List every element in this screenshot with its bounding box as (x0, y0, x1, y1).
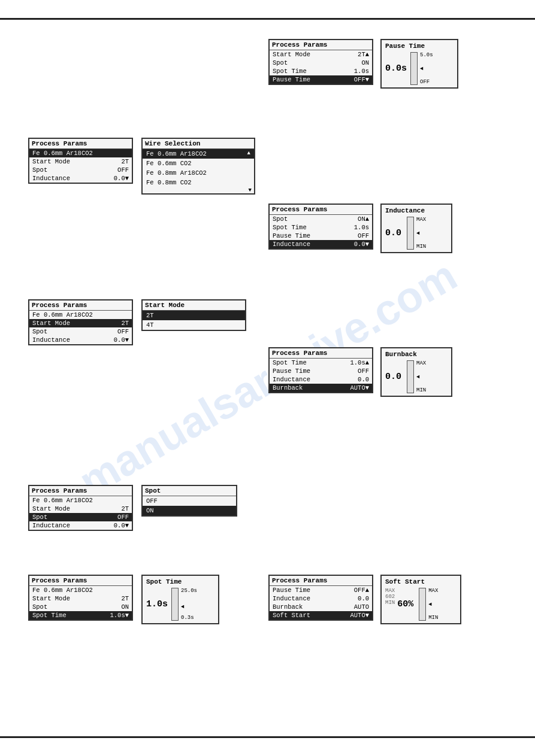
wire-selection-title: Wire Selection (143, 139, 254, 149)
start-mode-item-0: 2T (143, 311, 245, 320)
pp5-title: Process Params (270, 348, 372, 359)
pp2-title: Process Params (29, 139, 132, 149)
soft-start-slider: Soft Start MAX 602 MIN 60% MAX ◄ MIN (380, 575, 461, 624)
wire-item-3: Fe 0.8mm CO2 (143, 178, 254, 187)
pause-time-track (410, 52, 418, 85)
pp4-row-2: SpotOFF (29, 327, 132, 336)
pp8-row-0: Pause TimeOFF▲ (270, 586, 372, 594)
pause-time-labels: 5.0s ◄ OFF (420, 52, 433, 85)
pp1-row-2: Spot Time1.0s (270, 67, 372, 75)
pp5-row-0: Spot Time1.0s▲ (270, 359, 372, 367)
spot-time-track (171, 588, 179, 621)
spot-time-body: 1.0s 25.0s ◄ 0.3s (146, 588, 214, 621)
inductance-track (407, 217, 414, 250)
soft-start-value: 60% (397, 599, 415, 609)
inductance-labels: MAX ◄ MIN (416, 217, 426, 250)
burnback-labels: MAX ◄ MIN (416, 360, 426, 393)
spot-item-0: OFF (143, 496, 236, 506)
burnback-slider: Burnback 0.0 MAX ◄ MIN (380, 347, 452, 397)
process-params-8: Process Params Pause TimeOFF▲ Inductance… (268, 575, 373, 621)
process-params-3: Process Params SpotON▲ Spot Time1.0s Pau… (268, 204, 373, 250)
pp7-row-3: Spot Time1.0s▼ (29, 611, 132, 620)
pp3-title: Process Params (270, 205, 372, 215)
start-mode-item-1: 4T (143, 320, 245, 330)
start-mode-title: Start Mode (143, 300, 245, 311)
top-bar (0, 18, 535, 20)
pp7-row-1: Start Mode2T (29, 594, 132, 603)
pause-time-value: 0.0s (385, 63, 407, 74)
bottom-bar (0, 736, 535, 738)
spot-panel: Spot OFF ON (141, 485, 237, 517)
soft-start-body: 60% MAX ◄ MIN (397, 588, 438, 621)
inductance-value: 0.0 (385, 228, 403, 238)
pp6-title: Process Params (29, 486, 132, 496)
pause-time-slider: Pause Time 0.0s 5.0s ◄ OFF (380, 39, 458, 89)
wire-item-0: Fe 0.6mm Ar18CO2▲ (143, 149, 254, 159)
pp2-row-3: Inductance0.0▼ (29, 174, 132, 183)
process-params-6: Process Params Fe 0.6mm Ar18CO2 Start Mo… (28, 485, 133, 531)
pp1-row-1: SpotON (270, 59, 372, 67)
pp2-row-1: Start Mode2T (29, 157, 132, 166)
inductance-slider: Inductance 0.0 MAX ◄ MIN (380, 204, 452, 253)
start-mode-panel: Start Mode 2T 4T (141, 299, 246, 331)
pp7-row-2: SpotON (29, 603, 132, 611)
pp6-row-0: Fe 0.6mm Ar18CO2 (29, 496, 132, 505)
burnback-track (407, 360, 414, 393)
pp4-row-0: Fe 0.6mm Ar18CO2 (29, 311, 132, 319)
wire-item-1: Fe 0.6mm CO2 (143, 159, 254, 168)
pp6-row-2: SpotOFF (29, 513, 132, 521)
pp8-row-2: BurnbackAUTO (270, 603, 372, 611)
process-params-1-title: Process Params (270, 40, 372, 50)
soft-start-track (419, 588, 426, 621)
pp1-row-3: Pause TimeOFF▼ (270, 75, 372, 84)
spot-time-title: Spot Time (146, 578, 214, 585)
burnback-title: Burnback (385, 351, 448, 358)
pp8-title: Process Params (270, 576, 372, 586)
soft-start-labels: MAX ◄ MIN (428, 588, 438, 621)
pause-time-body: 0.0s 5.0s ◄ OFF (385, 52, 454, 85)
process-params-2: Process Params Fe 0.6mm Ar18CO2 Start Mo… (28, 138, 133, 184)
pp5-row-1: Pause TimeOFF (270, 367, 372, 375)
pp3-row-0: SpotON▲ (270, 215, 372, 223)
soft-start-title: Soft Start (385, 578, 457, 585)
process-params-5: Process Params Spot Time1.0s▲ Pause Time… (268, 347, 373, 393)
spot-time-slider: Spot Time 1.0s 25.0s ◄ 0.3s (141, 575, 219, 624)
wire-item-2: Fe 0.8mm Ar18CO2 (143, 168, 254, 178)
pp4-row-1: Start Mode2T (29, 319, 132, 327)
process-params-1: Process Params Start Mode2T▲ SpotON Spot… (268, 39, 373, 85)
spot-time-value: 1.0s (146, 599, 168, 609)
pp4-title: Process Params (29, 300, 132, 311)
soft-start-extra: MAX (385, 588, 395, 594)
pp3-row-2: Pause TimeOFF (270, 232, 372, 240)
pp2-row-2: SpotOFF (29, 166, 132, 174)
pp6-row-3: Inductance0.0▼ (29, 521, 132, 530)
pp5-row-3: BurnbackAUTO▼ (270, 384, 372, 392)
spot-item-1: ON (143, 506, 236, 515)
spot-time-labels: 25.0s ◄ 0.3s (181, 588, 197, 621)
pp8-row-3: Soft StartAUTO▼ (270, 611, 372, 620)
burnback-body: 0.0 MAX ◄ MIN (385, 360, 448, 393)
pause-time-title: Pause Time (385, 42, 454, 50)
pp2-row-0: Fe 0.6mm Ar18CO2 (29, 149, 132, 157)
pp7-title: Process Params (29, 576, 132, 586)
pp3-row-1: Spot Time1.0s (270, 223, 372, 232)
process-params-7: Process Params Fe 0.6mm Ar18CO2 Start Mo… (28, 575, 133, 621)
inductance-title: Inductance (385, 207, 448, 214)
pp3-row-3: Inductance0.0▼ (270, 240, 372, 248)
burnback-value: 0.0 (385, 372, 403, 382)
pp7-row-0: Fe 0.6mm Ar18CO2 (29, 586, 132, 594)
pp6-row-1: Start Mode2T (29, 505, 132, 513)
inductance-body: 0.0 MAX ◄ MIN (385, 217, 448, 250)
pp4-row-3: Inductance0.0▼ (29, 336, 132, 344)
pp8-row-1: Inductance0.0 (270, 594, 372, 603)
pp5-row-2: Inductance0.0 (270, 375, 372, 384)
wire-scroll-down: ▼ (143, 187, 254, 193)
process-params-4: Process Params Fe 0.6mm Ar18CO2 Start Mo… (28, 299, 133, 345)
wire-selection: Wire Selection Fe 0.6mm Ar18CO2▲ Fe 0.6m… (141, 138, 255, 195)
pp1-row-0: Start Mode2T▲ (270, 50, 372, 59)
spot-title: Spot (143, 486, 236, 496)
